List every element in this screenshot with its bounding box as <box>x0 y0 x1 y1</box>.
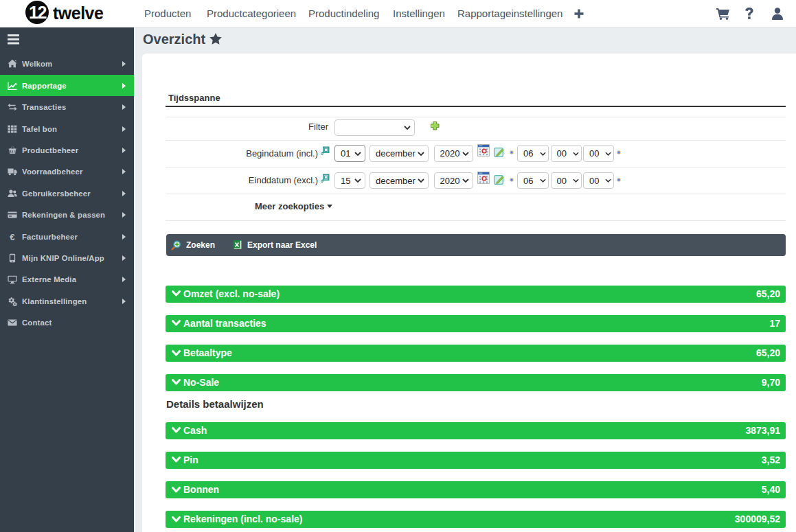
svg-text:12: 12 <box>29 3 46 22</box>
svg-text:€: € <box>10 232 15 242</box>
